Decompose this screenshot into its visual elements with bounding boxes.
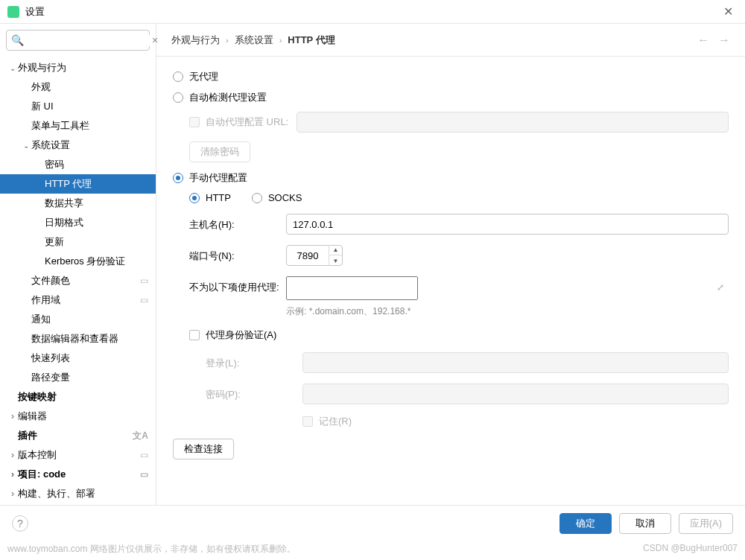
tree-item[interactable]: 菜单与工具栏 [0, 116, 156, 136]
breadcrumb-a[interactable]: 外观与行为 [171, 34, 220, 47]
tree-item-label: 快速列表 [31, 351, 70, 365]
content: 外观与行为 › 系统设置 › HTTP 代理 ← → 无代理 自动检测代理设置 [156, 24, 745, 505]
tree-item[interactable]: 密码 [0, 155, 156, 174]
radio-no-proxy[interactable]: 无代理 [173, 70, 729, 83]
close-icon[interactable]: ✕ [719, 4, 738, 19]
tree-item-label: 数据共享 [45, 197, 83, 210]
checkbox-icon [302, 416, 313, 427]
auto-config-url-input [297, 112, 729, 133]
no-proxy-for-input[interactable] [286, 276, 418, 300]
breadcrumb-sep: › [279, 36, 282, 45]
tree-item[interactable]: 通知 [0, 310, 156, 329]
tree-item[interactable]: 构建、执行、部署 [0, 484, 156, 503]
radio-icon [173, 71, 183, 82]
port-label: 端口号(N): [189, 245, 286, 263]
tree-item[interactable]: 数据共享 [0, 194, 156, 213]
tree-item[interactable]: 作用域▭ [0, 290, 156, 310]
tree-item-label: 编辑器 [18, 410, 47, 423]
radio-auto-detect[interactable]: 自动检测代理设置 [173, 91, 729, 104]
tree-item[interactable]: HTTP 代理 [0, 174, 156, 194]
ok-button[interactable]: 确定 [559, 513, 612, 534]
tree-item-label: 项目: code [18, 468, 66, 481]
tree-item[interactable]: 更新 [0, 232, 156, 252]
tree-item-label: 数据编辑器和查看器 [31, 332, 118, 346]
chevron-right-icon[interactable] [7, 411, 18, 421]
radio-label: 手动代理配置 [189, 171, 247, 185]
breadcrumb-sep: › [226, 36, 229, 45]
port-stepper[interactable]: ▲ ▼ [286, 245, 343, 266]
tree-item-badge: ▭ [140, 295, 148, 305]
tree-item[interactable]: 快速列表 [0, 349, 156, 368]
tree-item-badge: ▭ [140, 469, 148, 480]
help-icon[interactable]: ? [12, 515, 28, 532]
no-proxy-example: 示例: *.domain.com、192.168.* [286, 305, 729, 318]
tree-item-label: HTTP 代理 [45, 177, 92, 191]
breadcrumb-b[interactable]: 系统设置 [235, 34, 273, 47]
tree-item-label: Kerberos 身份验证 [45, 255, 125, 268]
radio-http[interactable]: HTTP [206, 192, 231, 203]
tree-item-label: 版本控制 [18, 448, 57, 462]
sidebar: 🔍 × 外观与行为外观新 UI菜单与工具栏系统设置密码HTTP 代理数据共享日期… [0, 24, 156, 505]
tree-item-label: 作用域 [31, 293, 60, 307]
search-input-wrap[interactable]: 🔍 × [6, 30, 150, 51]
check-connection-button[interactable]: 检查连接 [173, 439, 234, 459]
tree-item-label: 更新 [45, 235, 64, 249]
radio-icon [173, 173, 183, 183]
chevron-down-icon[interactable] [7, 64, 18, 72]
tree-item[interactable]: 外观与行为 [0, 58, 156, 77]
chevron-right-icon[interactable] [7, 489, 18, 499]
tree-item-label: 外观与行为 [18, 61, 66, 74]
tree-item[interactable]: 路径变量 [0, 368, 156, 387]
expand-icon[interactable]: ⤢ [717, 282, 724, 293]
radio-socks[interactable]: SOCKS [268, 192, 302, 203]
chevron-down-icon[interactable] [21, 141, 31, 150]
auto-config-url-label: 自动代理配置 URL: [206, 115, 297, 129]
stepper-up-icon[interactable]: ▲ [329, 245, 342, 255]
breadcrumb-c: HTTP 代理 [288, 34, 335, 47]
chevron-right-icon[interactable] [7, 450, 18, 460]
search-input[interactable] [27, 35, 152, 46]
tree-item[interactable]: 新 UI [0, 97, 156, 116]
tree-item-label: 菜单与工具栏 [31, 119, 89, 133]
radio-manual[interactable]: 手动代理配置 [173, 171, 729, 185]
radio-icon [252, 193, 262, 203]
auto-config-url-row: 自动代理配置 URL: [189, 112, 729, 133]
checkbox-icon [189, 330, 200, 340]
tree-item[interactable]: Kerberos 身份验证 [0, 252, 156, 271]
tree-item[interactable]: 插件文A [0, 426, 156, 445]
search-container: 🔍 × [0, 24, 156, 57]
password-label: 密码(P): [206, 384, 302, 401]
tree-item[interactable]: 版本控制▭ [0, 445, 156, 465]
port-input[interactable] [287, 250, 329, 261]
tree-item[interactable]: 编辑器 [0, 407, 156, 426]
nav-forward-icon[interactable]: → [718, 34, 730, 47]
tree-item-label: 新 UI [31, 100, 54, 113]
window-title: 设置 [25, 5, 45, 19]
search-clear-icon[interactable]: × [152, 34, 158, 46]
chevron-right-icon[interactable] [7, 469, 18, 480]
watermark-left: www.toymoban.com 网络图片仅供展示，非存储，如有侵权请联系删除。 [7, 543, 296, 556]
settings-tree: 外观与行为外观新 UI菜单与工具栏系统设置密码HTTP 代理数据共享日期格式更新… [0, 57, 156, 505]
nav-back-icon[interactable]: ← [697, 34, 709, 47]
tree-item[interactable]: 数据编辑器和查看器 [0, 329, 156, 349]
tree-item-label: 外观 [31, 80, 51, 94]
tree-item-label: 文件颜色 [31, 274, 70, 287]
tree-item[interactable]: 外观 [0, 77, 156, 97]
proxy-auth-row[interactable]: 代理身份验证(A) [189, 328, 729, 342]
tree-item-badge: ▭ [140, 276, 148, 286]
radio-icon [173, 92, 183, 103]
tree-item-label: 构建、执行、部署 [18, 487, 95, 500]
tree-item[interactable]: 按键映射 [0, 387, 156, 407]
login-input [302, 352, 729, 373]
tree-item[interactable]: 日期格式 [0, 213, 156, 232]
tree-item[interactable]: 系统设置 [0, 136, 156, 155]
stepper-down-icon[interactable]: ▼ [329, 255, 342, 266]
tree-item[interactable]: 文件颜色▭ [0, 271, 156, 290]
hostname-input[interactable] [286, 214, 729, 235]
cancel-button[interactable]: 取消 [619, 513, 671, 534]
hostname-label: 主机名(H): [189, 214, 286, 232]
tree-item-label: 密码 [45, 158, 64, 171]
password-input [302, 384, 729, 404]
apply-button[interactable]: 应用(A) [679, 513, 733, 534]
tree-item[interactable]: 项目: code▭ [0, 465, 156, 484]
